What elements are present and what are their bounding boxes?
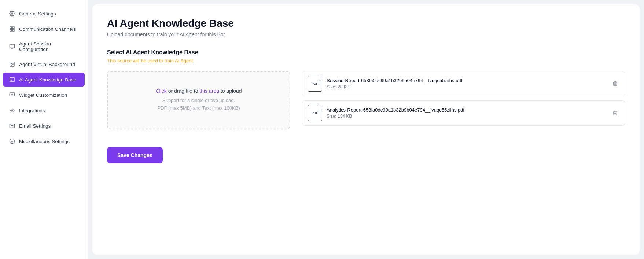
save-changes-button[interactable]: Save Changes [107, 147, 163, 163]
sidebar-label-agent-virtual-background: Agent Virtual Background [19, 62, 75, 67]
svg-rect-2 [12, 27, 14, 29]
ai-agent-knowledge-base-icon: AI [9, 76, 15, 83]
file-size-0: Size: 28 KB [327, 84, 606, 90]
sidebar: General Settings Communication Channels … [0, 0, 88, 259]
page-title: AI Agent Knowledge Base [107, 18, 625, 29]
svg-rect-4 [12, 29, 14, 31]
sidebar-label-general-settings: General Settings [19, 11, 56, 17]
file-delete-button-0[interactable] [611, 79, 619, 88]
svg-rect-5 [10, 44, 14, 48]
file-info-0: Session-Report-653fa0dc99a1b32b9b04e794_… [327, 78, 606, 90]
content-row: Click or drag file to this area to uploa… [107, 71, 625, 130]
sidebar-label-widget-customization: Widget Customization [19, 92, 67, 98]
file-item-0: PDF Session-Report-653fa0dc99a1b32b9b04e… [302, 71, 625, 96]
sidebar-label-communication-channels: Communication Channels [19, 26, 76, 32]
upload-sub-text-1: Support for a single or two upload. [162, 97, 235, 105]
section-title: Select AI Agent Knowledge Base [107, 49, 625, 56]
sidebar-item-agent-virtual-background[interactable]: Agent Virtual Background [3, 57, 85, 71]
svg-rect-1 [10, 27, 12, 29]
agent-session-configuration-icon [9, 43, 15, 50]
file-item-1: PDF Analytics-Report-653fa0dc99a1b32b9b0… [302, 100, 625, 126]
upload-sub-text-2: PDF (max 5MB) and Text (max 100KB) [157, 105, 240, 112]
sidebar-label-miscellaneous-settings: Miscellaneous Settings [19, 139, 70, 144]
communication-channels-icon [9, 26, 15, 32]
sidebar-item-agent-session-configuration[interactable]: Agent Session Configuration [3, 37, 85, 56]
sidebar-label-integrations: Integrations [19, 108, 45, 113]
sidebar-label-ai-agent-knowledge-base: AI Agent Knowledge Base [19, 77, 76, 83]
sidebar-item-integrations[interactable]: Integrations [3, 103, 85, 117]
sidebar-item-widget-customization[interactable]: Widget Customization [3, 88, 85, 102]
widget-customization-icon [9, 92, 15, 98]
page-subtitle: Upload documents to train your AI Agent … [107, 32, 625, 37]
file-size-1: Size: 134 KB [327, 114, 606, 119]
svg-point-13 [11, 94, 13, 95]
file-pdf-icon-0: PDF [308, 76, 322, 92]
svg-point-9 [11, 63, 12, 64]
integrations-icon [9, 107, 15, 114]
sidebar-item-communication-channels[interactable]: Communication Channels [3, 22, 85, 36]
upload-click-text: Click [155, 88, 166, 94]
sidebar-item-ai-agent-knowledge-base[interactable]: AI AI Agent Knowledge Base [3, 73, 85, 87]
general-settings-icon [9, 10, 15, 17]
upload-area[interactable]: Click or drag file to this area to uploa… [107, 71, 290, 130]
svg-rect-12 [10, 93, 14, 96]
svg-text:AI: AI [10, 79, 12, 81]
file-info-1: Analytics-Report-653fa0dc99a1b32b9b04e79… [327, 107, 606, 119]
svg-rect-3 [10, 29, 12, 31]
file-name-0: Session-Report-653fa0dc99a1b32b9b04e794_… [327, 78, 606, 83]
svg-point-14 [11, 110, 13, 111]
section-hint: This source will be used to train AI Age… [107, 58, 625, 63]
upload-main-text: Click or drag file to this area to uploa… [155, 88, 242, 94]
sidebar-label-email-settings: Email Settings [19, 123, 51, 129]
email-settings-icon [9, 123, 15, 129]
svg-point-0 [11, 13, 13, 14]
upload-area-text: this area [199, 88, 219, 94]
sidebar-label-agent-session-configuration: Agent Session Configuration [19, 41, 79, 52]
file-list: PDF Session-Report-653fa0dc99a1b32b9b04e… [302, 71, 625, 126]
main-content: AI Agent Knowledge Base Upload documents… [92, 4, 640, 255]
file-delete-button-1[interactable] [611, 109, 619, 117]
sidebar-item-general-settings[interactable]: General Settings [3, 7, 85, 21]
sidebar-item-miscellaneous-settings[interactable]: Miscellaneous Settings [3, 134, 85, 148]
sidebar-item-email-settings[interactable]: Email Settings [3, 119, 85, 133]
file-pdf-icon-1: PDF [308, 105, 322, 121]
file-name-1: Analytics-Report-653fa0dc99a1b32b9b04e79… [327, 107, 606, 113]
miscellaneous-settings-icon [9, 138, 15, 145]
agent-virtual-background-icon [9, 61, 15, 68]
